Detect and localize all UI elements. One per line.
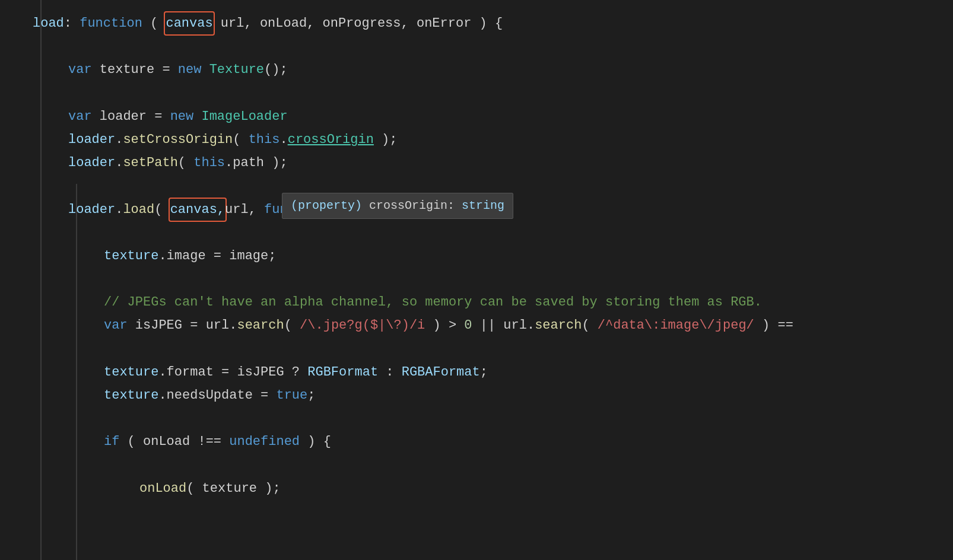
token-method: setCrossOrigin	[123, 129, 233, 150]
code-line-blank8	[0, 454, 953, 477]
token: (	[284, 315, 300, 336]
code-editor: load: function ( canvas url, onLoad, onP…	[0, 0, 953, 560]
token: ( onLoad !==	[119, 431, 229, 452]
code-line-setpath: loader.setPath( this.path );	[0, 151, 953, 174]
token: .path );	[225, 152, 288, 173]
token: (	[178, 152, 193, 173]
token-canvas2: canvas,	[170, 202, 225, 217]
token-keyword: new	[178, 59, 202, 80]
tooltip-type: string	[462, 199, 504, 212]
code-line-format: texture.format = isJPEG ? RGBFormat : RG…	[0, 361, 953, 384]
token: ) ==	[754, 315, 793, 336]
code-line-texture: var texture = new Texture();	[0, 58, 953, 81]
tooltip-separator: crossOrigin:	[362, 199, 462, 212]
code-line-setcrossorigin: loader.setCrossOrigin( this.crossOrigin …	[0, 128, 953, 151]
token-method: onLoad	[139, 478, 186, 499]
code-line-1: load: function ( canvas url, onLoad, onP…	[0, 12, 953, 35]
token: .needsUpdate =	[158, 385, 276, 406]
token-keyword: undefined	[229, 431, 300, 452]
token-bool: true	[276, 385, 307, 406]
token: texture =	[92, 59, 178, 80]
code-line-blank5	[0, 268, 953, 291]
token-class: RGBAFormat	[402, 362, 480, 383]
token-keyword: var	[68, 106, 92, 127]
tooltip: (property) crossOrigin: string	[282, 193, 513, 219]
token-comment: // JPEGs can't have an alpha channel, so…	[104, 292, 762, 313]
token-keyword: new	[170, 106, 194, 127]
token-method: setPath	[123, 152, 177, 173]
canvas-highlight-2: canvas,	[170, 199, 225, 220]
token: (	[142, 13, 158, 34]
token-keyword: var	[104, 315, 128, 336]
token	[193, 106, 201, 127]
token: texture	[104, 246, 158, 266]
code-line-if: if ( onLoad !== undefined ) {	[0, 430, 953, 453]
token: .	[115, 199, 123, 220]
token-number: 0	[464, 315, 472, 336]
token-regex2: /^data\:image\/jpeg/	[598, 315, 754, 336]
token-keyword: this	[193, 152, 225, 173]
token: .	[115, 152, 123, 173]
code-line-needsupdate: texture.needsUpdate = true;	[0, 384, 953, 407]
token: ) {	[300, 431, 331, 452]
token: (	[154, 199, 170, 220]
token: ) >	[425, 315, 464, 336]
token: || url.	[472, 315, 535, 336]
token: ();	[264, 59, 288, 80]
token: isJPEG = url.	[128, 315, 237, 336]
token-keyword: this	[249, 129, 280, 150]
token: ;	[307, 385, 315, 406]
canvas-highlight-1: canvas	[166, 13, 212, 34]
token: loader	[68, 199, 115, 220]
token: url, onLoad, onProgress, onError ) {	[213, 13, 503, 34]
token-class: Texture	[209, 59, 264, 80]
code-line-blank4	[0, 221, 953, 244]
token-class: ImageLoader	[201, 106, 287, 127]
code-line-blank1	[0, 35, 953, 58]
token-keyword: function	[80, 13, 142, 34]
token-method: load	[123, 199, 154, 220]
token: url,	[225, 199, 264, 220]
code-line-textureimage: texture.image = image;	[0, 244, 953, 268]
token-method: search	[535, 315, 582, 336]
token-link[interactable]: crossOrigin	[288, 129, 374, 150]
token: .	[115, 129, 123, 150]
token: .	[279, 129, 287, 150]
token-class: RGBFormat	[307, 362, 378, 383]
token: ( texture );	[186, 478, 280, 499]
token: .format = isJPEG ?	[158, 362, 307, 383]
token-canvas: canvas	[166, 16, 212, 31]
token: (	[582, 315, 597, 336]
code-line-isjpeg: var isJPEG = url.search( /\.jpe?g($|\?)/…	[0, 314, 953, 337]
token: :	[378, 362, 402, 383]
token-keyword: var	[68, 59, 92, 80]
token: texture	[104, 362, 158, 383]
code-line-blank6	[0, 338, 953, 361]
code-line-onload: onLoad( texture );	[0, 477, 953, 500]
token-keyword: if	[104, 431, 119, 452]
code-line-loader: var loader = new ImageLoader (property) …	[0, 105, 953, 128]
token: (	[233, 129, 248, 150]
token: .image = image;	[158, 246, 276, 266]
token: );	[374, 129, 398, 150]
token-regex: /\.jpe?g($|\?)/i	[300, 315, 425, 336]
code-line-blank2	[0, 82, 953, 105]
code-line-comment: // JPEGs can't have an alpha channel, so…	[0, 291, 953, 314]
token: loader =	[92, 106, 170, 127]
token: load	[33, 13, 64, 34]
code-line-blank7	[0, 407, 953, 430]
token	[201, 59, 209, 80]
tooltip-property-label: (property)	[291, 199, 362, 212]
token: ;	[480, 362, 488, 383]
token: loader	[68, 152, 115, 173]
token-method: search	[237, 315, 284, 336]
token: loader	[68, 129, 115, 150]
token: :	[64, 13, 80, 34]
token: texture	[104, 385, 158, 406]
token	[158, 13, 166, 34]
